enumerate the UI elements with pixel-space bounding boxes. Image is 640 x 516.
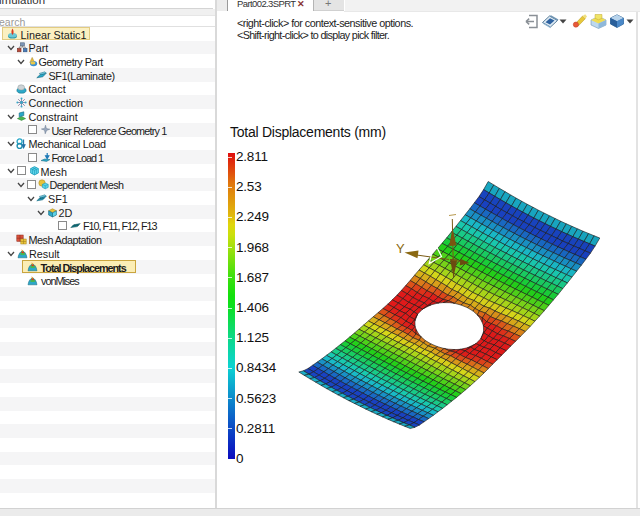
svg-text:Y: Y: [396, 241, 405, 256]
